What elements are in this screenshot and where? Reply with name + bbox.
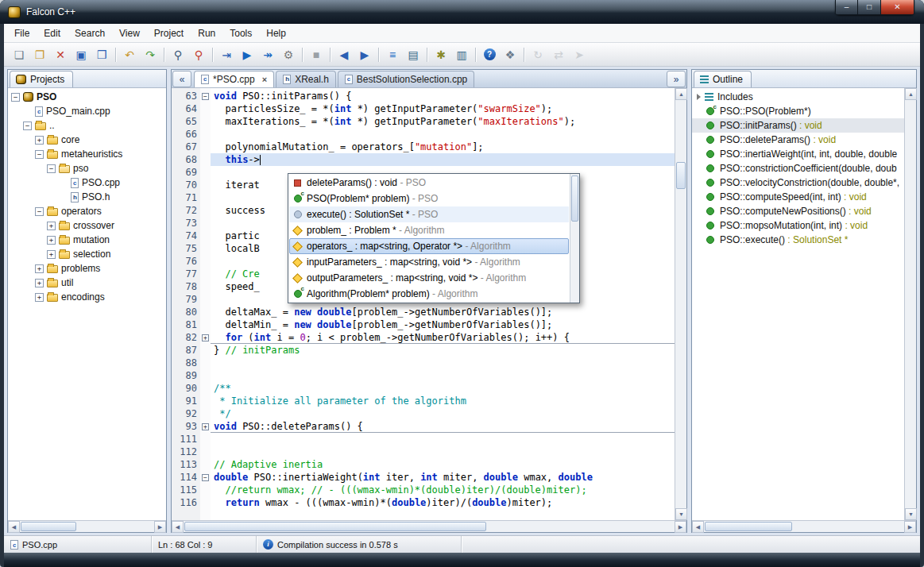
menu-edit[interactable]: Edit bbox=[37, 25, 68, 41]
scroll-thumb[interactable] bbox=[571, 176, 578, 222]
projects-tab[interactable]: Projects bbox=[10, 71, 73, 87]
code-line-82[interactable]: 82+ for (int i = 0; i < problem_->getNum… bbox=[172, 331, 675, 344]
outline-item[interactable]: PSO::inertiaWeight(int, int, double, dou… bbox=[692, 147, 904, 161]
code-line-81[interactable]: 81 deltaMin_ = new double[problem_->getN… bbox=[172, 318, 675, 331]
outline-item[interactable]: PSO::constrictionCoefficient(double, dou… bbox=[692, 161, 904, 176]
expander-minus-icon[interactable]: − bbox=[35, 207, 44, 216]
scroll-track[interactable] bbox=[20, 521, 154, 532]
expander-plus-icon[interactable]: + bbox=[47, 250, 56, 259]
maximize-button[interactable]: □ bbox=[858, 0, 881, 15]
scroll-right-icon[interactable]: ▶ bbox=[154, 521, 166, 533]
project-tree-item[interactable]: +encodings bbox=[8, 290, 166, 304]
help-button[interactable]: ? bbox=[480, 45, 499, 64]
editor-tab--pso-cpp[interactable]: *PSO.cpp× bbox=[194, 71, 274, 87]
project-tree-item[interactable]: −metaheuristics bbox=[8, 147, 166, 161]
minimize-button[interactable]: – bbox=[835, 0, 858, 15]
code-line-90[interactable]: 90/** bbox=[172, 382, 675, 395]
undo-button[interactable]: ↶ bbox=[120, 45, 139, 64]
code-line-113[interactable]: 113// Adaptive inertia bbox=[172, 458, 675, 471]
tabs-scroll-left-button[interactable]: « bbox=[172, 71, 191, 87]
outline-item[interactable]: PSO::initParams() : void bbox=[692, 118, 904, 133]
menu-view[interactable]: View bbox=[112, 25, 147, 41]
outline-item[interactable]: PSO::computeNewPositions() : void bbox=[692, 204, 904, 218]
projects-hscroll[interactable]: ◀ ▶ bbox=[8, 520, 166, 532]
code-line-88[interactable]: 88 bbox=[172, 357, 675, 369]
expander-minus-icon[interactable]: − bbox=[35, 150, 44, 159]
redo-button[interactable]: ↷ bbox=[141, 45, 160, 64]
outline-vscroll[interactable]: ▲ ▼ bbox=[904, 88, 916, 520]
scroll-track[interactable] bbox=[675, 100, 686, 508]
code-line-89[interactable]: 89 bbox=[172, 369, 675, 382]
scroll-up-icon[interactable]: ▲ bbox=[675, 88, 687, 100]
autocomplete-scrollbar[interactable] bbox=[570, 174, 579, 303]
code-line-114[interactable]: 114−double PSO::inertiaWeight(int iter, … bbox=[172, 471, 675, 484]
menu-run[interactable]: Run bbox=[191, 25, 222, 41]
code-line-66[interactable]: 66 bbox=[172, 128, 675, 141]
scroll-track[interactable] bbox=[905, 100, 916, 508]
build-settings-button[interactable]: ⚙ bbox=[279, 45, 298, 64]
scroll-left-icon[interactable]: ◀ bbox=[692, 521, 704, 533]
scroll-thumb[interactable] bbox=[676, 162, 686, 189]
project-tree-item[interactable]: −pso bbox=[8, 161, 166, 176]
expander-minus-icon[interactable]: − bbox=[11, 93, 20, 102]
project-tree-item[interactable]: −operators bbox=[8, 204, 166, 218]
code-line-80[interactable]: 80 deltaMax_ = new double[problem_->getN… bbox=[172, 306, 675, 318]
autocomplete-item[interactable]: operators_ : map<string, Operator *> - A… bbox=[289, 238, 569, 254]
code-line-64[interactable]: 64 particlesSize_ = *(int *) getInputPar… bbox=[172, 102, 675, 115]
save-all-button[interactable]: ❒ bbox=[92, 45, 111, 64]
messages-panel-button[interactable]: ▤ bbox=[404, 45, 423, 64]
scroll-left-icon[interactable]: ◀ bbox=[172, 521, 184, 533]
tab-close-icon[interactable]: × bbox=[262, 75, 267, 84]
project-tree-item[interactable]: +core bbox=[8, 133, 166, 147]
scroll-right-icon[interactable]: ▶ bbox=[904, 521, 916, 533]
code-line-67[interactable]: 67 polynomialMutation_ = operators_["mut… bbox=[172, 141, 675, 153]
code-line-91[interactable]: 91 * Initialize all parameter of the alg… bbox=[172, 395, 675, 407]
outline-item[interactable]: PSO::deleteParams() : void bbox=[692, 133, 904, 147]
project-tree-item[interactable]: +mutation bbox=[8, 233, 166, 247]
run-to-cursor-button[interactable]: ⇥ bbox=[217, 45, 236, 64]
code-line-111[interactable]: 111 bbox=[172, 433, 675, 446]
menu-project[interactable]: Project bbox=[147, 25, 191, 41]
scroll-down-icon[interactable]: ▼ bbox=[675, 508, 687, 520]
fold-plus-icon[interactable]: + bbox=[200, 331, 211, 344]
save-file-button[interactable]: ▣ bbox=[72, 45, 91, 64]
compile-button[interactable]: ✱ bbox=[431, 45, 450, 64]
close-file-button[interactable]: ✕ bbox=[51, 45, 70, 64]
expander-minus-icon[interactable]: − bbox=[47, 164, 56, 173]
expander-plus-icon[interactable]: + bbox=[35, 264, 44, 273]
outline-item[interactable]: PSO::computeSpeed(int, int) : void bbox=[692, 190, 904, 204]
menu-tools[interactable]: Tools bbox=[222, 25, 259, 41]
tabs-overflow-button[interactable]: » bbox=[667, 71, 686, 87]
autocomplete-item[interactable]: execute() : SolutionSet * - PSO bbox=[289, 206, 569, 222]
scroll-left-icon[interactable]: ◀ bbox=[8, 521, 20, 533]
previous-error-button[interactable]: ◀ bbox=[334, 45, 354, 64]
expander-minus-icon[interactable]: − bbox=[23, 122, 32, 130]
scroll-thumb[interactable] bbox=[21, 522, 76, 531]
todo-list-button[interactable]: ≡ bbox=[383, 45, 402, 64]
outline-item[interactable]: PSO::velocityConstriction(double, double… bbox=[692, 176, 904, 190]
editor-tab-xreal-h[interactable]: XReal.h bbox=[276, 71, 336, 87]
cancel-find-button[interactable]: ⚲ bbox=[189, 45, 208, 64]
project-tree-item[interactable]: PSO.h bbox=[8, 190, 166, 204]
code-area[interactable]: 63−void PSO::initParams() {64 particlesS… bbox=[172, 88, 675, 520]
outline-hscroll[interactable]: ◀ ▶ bbox=[692, 520, 916, 532]
plugins-button[interactable]: ❖ bbox=[501, 45, 520, 64]
project-tree-item[interactable]: −PSO bbox=[8, 90, 166, 104]
expander-plus-icon[interactable]: + bbox=[47, 236, 56, 245]
project-tree-item[interactable]: −.. bbox=[8, 118, 166, 133]
autocomplete-item[interactable]: problem_ : Problem * - Algorithm bbox=[289, 222, 569, 238]
code-line-116[interactable]: 116 return wmax - (((wmax-wmin)*(double)… bbox=[172, 496, 675, 509]
menu-file[interactable]: File bbox=[7, 25, 37, 41]
expander-plus-icon[interactable]: + bbox=[35, 136, 44, 145]
expander-collapsed-icon[interactable] bbox=[697, 94, 701, 100]
expander-plus-icon[interactable]: + bbox=[47, 222, 56, 230]
outline-tab[interactable]: Outline bbox=[694, 71, 752, 87]
scroll-track[interactable] bbox=[184, 521, 675, 532]
code-line-92[interactable]: 92 */ bbox=[172, 407, 675, 420]
scroll-up-icon[interactable]: ▲ bbox=[905, 88, 917, 100]
autocomplete-item[interactable]: inputParameters_ : map<string, void *> -… bbox=[289, 254, 569, 270]
run-to-end-button[interactable]: ↠ bbox=[258, 45, 277, 64]
outline-item[interactable]: PSO::PSO(Problem*) bbox=[692, 104, 904, 118]
open-file-button[interactable]: ❐ bbox=[30, 45, 49, 64]
editor-tab-bestsolutionselection-cpp[interactable]: BestSolutionSelection.cpp bbox=[338, 71, 474, 87]
